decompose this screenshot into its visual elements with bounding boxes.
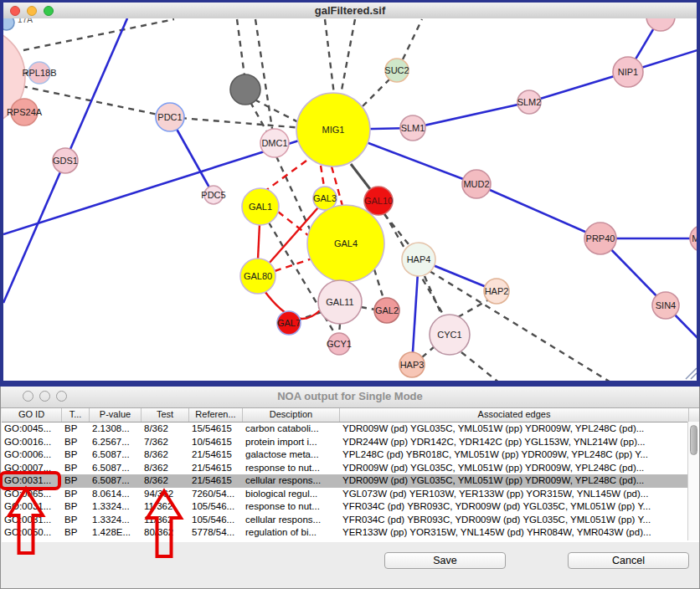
graph-edge[interactable] (374, 269, 383, 299)
graph-edge[interactable] (339, 324, 340, 334)
table-cell: YER133W (pp) YOR315W, YNL145W (pd) YHR08… (340, 526, 689, 540)
column-header-p-value[interactable]: P-value (90, 408, 142, 422)
graph-edge[interactable] (265, 161, 306, 191)
table-cell: 8/362 (142, 462, 189, 475)
table-cell: YDR009W (pd) YGL035C, YML051W (pp) YDR00… (340, 462, 689, 475)
graph-node-unlabeled[interactable] (230, 74, 260, 105)
table-row[interactable]: GO:0031...BP1.3324...11/362105/546...res… (2, 500, 699, 514)
table-cell: BP (62, 514, 90, 527)
graph-node-label: PRP40 (586, 233, 615, 243)
table-row[interactable]: GO:0016...BP6.2567...7/36210/54615protei… (2, 436, 699, 449)
table-row[interactable]: GO:0031...BP6.5087...8/36221/54615cellul… (2, 474, 699, 488)
resize-grip-icon[interactable] (686, 368, 697, 379)
vertical-scrollbar[interactable] (687, 422, 699, 540)
column-header-test[interactable]: Test (142, 408, 189, 422)
scrollbar-thumb[interactable] (690, 425, 697, 455)
table-row[interactable]: GO:0050...BP1.428E...80/3625778/54...reg… (2, 526, 699, 540)
results-table: GO IDT...P-valueTestReferen...Desciption… (2, 408, 699, 542)
graph-node-label: RPL18B (23, 68, 57, 78)
table-cell: cellular respons... (243, 514, 340, 527)
table-cell: 10/54615 (189, 436, 243, 449)
table-cell: galactose meta... (243, 448, 340, 462)
table-cell: YDR009W (pd) YGL035C, YML051W (pp) YDR00… (340, 474, 689, 488)
graph-edge[interactable] (476, 184, 600, 238)
table-cell: 1.428E... (90, 526, 142, 540)
graph-edge[interactable] (255, 100, 300, 123)
table-cell: 8.0614... (90, 488, 142, 501)
table-cell: 80/362 (142, 526, 189, 540)
graph-node-label: MIG1 (322, 125, 345, 135)
graph-edge[interactable] (421, 346, 435, 358)
table-cell: regulation of bi... (243, 526, 340, 540)
table-cell: BP (62, 448, 90, 462)
graph-edge[interactable] (425, 276, 443, 318)
table-cell: 94/362 (142, 488, 189, 501)
graph-node-label: PDC1 (157, 112, 182, 122)
table-cell: BP (62, 488, 90, 501)
table-row[interactable]: GO:0006...BP6.5087...8/36221/54615galact… (2, 448, 699, 462)
save-button[interactable]: Save (384, 552, 506, 569)
graph-edge[interactable] (361, 307, 375, 310)
table-cell: protein import i... (243, 436, 340, 449)
column-header-associated-edges[interactable]: Associated edges (340, 408, 689, 422)
noa-window-titlebar[interactable]: NOA output for Single Mode (1, 387, 699, 408)
graph-node-label: PDC5 (201, 190, 225, 200)
table-cell: BP (62, 500, 90, 514)
graph-node-label: GAL80 (244, 271, 272, 281)
graph-node-label: SUC2 (384, 65, 409, 75)
graph-edge[interactable] (461, 352, 500, 381)
table-cell: GO:0006... (2, 448, 62, 462)
column-header-go-id[interactable]: GO ID (2, 408, 62, 422)
graph-edge[interactable] (384, 214, 412, 248)
graph-node-label: DMC1 (261, 138, 287, 148)
network-window-titlebar[interactable]: galFiltered.sif (3, 3, 697, 19)
table-cell: YFR034C (pd) YBR093C, YDR009W (pd) YGL03… (340, 500, 689, 514)
graph-edge[interactable] (23, 19, 174, 50)
graph-node-unlabeled[interactable] (646, 18, 675, 31)
table-cell: GO:0050... (2, 526, 62, 540)
graph-edge[interactable] (321, 166, 324, 187)
graph-edge[interactable] (325, 19, 334, 95)
table-cell: YFR034C (pd) YBR093C, YDR009W (pd) YGL03… (340, 514, 689, 527)
network-window-title: galFiltered.sif (3, 4, 697, 17)
table-cell: GO:0007... (2, 462, 62, 475)
graph-edge[interactable] (413, 102, 529, 128)
graph-edge[interactable] (170, 117, 303, 128)
column-header-t-[interactable]: T... (62, 408, 90, 422)
table-cell: 21/54615 (189, 448, 243, 462)
table-row[interactable]: GO:0045...BP2.1308...8/36215/54615carbon… (2, 423, 699, 436)
table-cell: 11/362 (142, 500, 189, 514)
cancel-button[interactable]: Cancel (568, 552, 689, 569)
table-row[interactable]: GO:0007...BP6.5087...8/36221/54615respon… (2, 462, 699, 475)
table-row[interactable]: GO:0065...BP8.0614...94/3627260/54...bio… (2, 488, 699, 501)
table-cell: YPL248C (pd) YBR018C, YML051W (pp) YDR00… (340, 448, 689, 462)
graph-stray-label: 17A (18, 18, 33, 24)
graph-edge[interactable] (258, 224, 260, 259)
network-canvas[interactable]: RPL18BRPS24AGDS1PDC1MIG1SUC2SLM1DMC1SLM2… (3, 18, 697, 381)
graph-edge[interactable] (341, 19, 355, 95)
graph-node-label: GAL3 (313, 193, 337, 203)
table-cell: 7260/54... (189, 488, 243, 501)
table-cell: 5778/54... (189, 526, 243, 540)
graph-edge[interactable] (363, 79, 389, 106)
table-cell: GO:0045... (2, 423, 62, 436)
column-header-referen-[interactable]: Referen... (189, 408, 243, 422)
table-cell: carbon cataboli... (243, 423, 340, 436)
graph-node-label: SLM1 (401, 123, 425, 133)
graph-node-label: HAP4 (407, 254, 431, 264)
table-row[interactable]: GO:0031...BP1.3324...11/362105/546...cel… (2, 514, 699, 527)
graph-edge[interactable] (250, 102, 267, 132)
table-cell: 15/54615 (189, 423, 243, 436)
graph-node-label: MSI (692, 233, 697, 243)
graph-node-unlabeled[interactable] (3, 18, 14, 30)
table-cell: BP (62, 423, 90, 436)
graph-node-label: GAL2 (375, 305, 399, 315)
graph-edge[interactable] (458, 300, 489, 317)
graph-node-label: SLM2 (517, 97, 542, 107)
graph-edge[interactable] (403, 19, 422, 59)
graph-edge[interactable] (237, 19, 245, 82)
table-cell: YGL073W (pd) YER103W, YER133W (pp) YOR31… (340, 488, 689, 501)
column-header-desciption[interactable]: Desciption (243, 408, 340, 422)
graph-node-label: GAL1 (249, 202, 272, 212)
table-cell: 8/362 (142, 423, 189, 436)
